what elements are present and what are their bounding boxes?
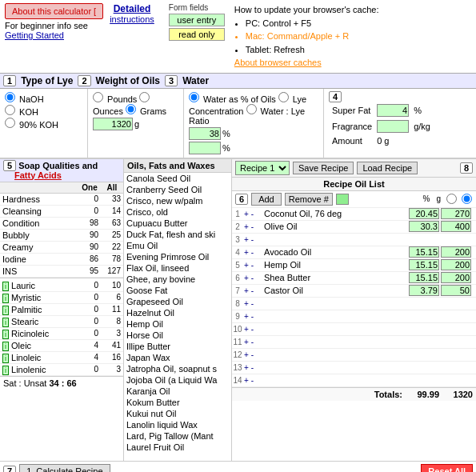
minus-btn[interactable]: - <box>250 235 254 244</box>
pct-input[interactable] <box>409 221 439 232</box>
oil-item[interactable]: Cupuacu Butter <box>124 218 231 229</box>
recipe-select[interactable]: Recipe 1 Recipe 2 Recipe 3 <box>235 161 290 175</box>
row-plusminus[interactable]: + - <box>243 312 262 321</box>
oil-item[interactable]: Hazelnut Oil <box>124 307 231 318</box>
oil-item[interactable]: Crisco, old <box>124 206 231 218</box>
oil-item[interactable]: Evening Primrose Oil <box>124 251 231 262</box>
minus-btn[interactable]: - <box>250 376 254 385</box>
minus-btn[interactable]: - <box>250 325 254 334</box>
plus-btn[interactable]: + <box>243 350 250 359</box>
about-button[interactable]: About this calculator [ <box>5 3 103 19</box>
pct-input[interactable] <box>409 208 439 219</box>
info-icon[interactable]: i <box>2 342 9 351</box>
g-input[interactable] <box>441 272 471 283</box>
minus-btn[interactable]: - <box>250 338 254 346</box>
oil-item[interactable]: Flax Oil, linseed <box>124 262 231 274</box>
minus-btn[interactable]: - <box>250 248 254 257</box>
add-oil-button[interactable]: Add <box>251 193 282 206</box>
oil-item[interactable]: Jatropha Oil, soapnut s <box>124 363 231 374</box>
oil-item[interactable]: Duck Fat, flesh and ski <box>124 229 231 240</box>
oil-item[interactable]: Goose Fat <box>124 285 231 296</box>
oil-item[interactable]: Ghee, any bovine <box>124 274 231 285</box>
plus-btn[interactable]: + <box>243 286 250 295</box>
getting-started-link[interactable]: Getting Started <box>5 30 64 40</box>
plus-btn[interactable]: + <box>243 235 250 244</box>
oil-item[interactable]: Illipe Butter <box>124 341 231 352</box>
minus-btn[interactable]: - <box>250 350 254 359</box>
oil-item[interactable]: Grapeseed Oil <box>124 296 231 307</box>
minus-btn[interactable]: - <box>250 222 254 231</box>
info-icon[interactable]: i <box>2 354 9 363</box>
pct-input[interactable] <box>409 246 439 258</box>
oil-item[interactable]: Lanolin liquid Wax <box>124 419 231 430</box>
water-pct-label[interactable]: Water as % of Oils <box>189 94 276 104</box>
load-recipe-button[interactable]: Load Recipe <box>357 162 418 174</box>
minus-btn[interactable]: - <box>250 274 254 282</box>
koh-label[interactable]: KOH <box>5 105 82 117</box>
calculate-recipe-button[interactable]: 1. Calculate Recipe <box>19 464 110 473</box>
plus-btn[interactable]: + <box>243 222 250 231</box>
oil-item[interactable]: Horse Oil <box>124 330 231 341</box>
plus-btn[interactable]: + <box>243 363 250 372</box>
90koh-radio[interactable] <box>5 118 15 128</box>
minus-btn[interactable]: - <box>250 363 254 372</box>
row-plusminus[interactable]: + - <box>243 274 262 282</box>
pounds-radio[interactable] <box>93 92 103 102</box>
super-fat-input[interactable] <box>377 104 409 117</box>
oil-item[interactable]: Hemp Oil <box>124 318 231 330</box>
info-icon[interactable]: i <box>2 306 9 315</box>
pct-input[interactable] <box>409 285 439 296</box>
row-plusminus[interactable]: + - <box>243 325 262 334</box>
grams-label[interactable]: Grams <box>126 106 166 116</box>
lye-conc-input[interactable] <box>189 142 221 154</box>
g-input[interactable] <box>441 246 471 258</box>
plus-btn[interactable]: + <box>243 261 250 270</box>
fragrance-input[interactable] <box>377 120 409 133</box>
pct-input[interactable] <box>409 272 439 283</box>
minus-btn[interactable]: - <box>250 286 254 295</box>
plus-btn[interactable]: + <box>243 210 250 218</box>
info-icon[interactable]: i <box>2 318 9 327</box>
about-browser-caches-link[interactable]: About browser caches <box>234 58 322 67</box>
row-plusminus[interactable]: + - <box>243 299 262 308</box>
plus-btn[interactable]: + <box>243 274 250 282</box>
pct-input[interactable] <box>409 259 439 270</box>
plus-btn[interactable]: + <box>243 312 250 321</box>
detailed-label[interactable]: Detailed <box>114 3 151 14</box>
water-lye-radio[interactable] <box>246 104 257 114</box>
pct-radio[interactable] <box>446 194 457 204</box>
row-plusminus[interactable]: + - <box>243 210 262 218</box>
oil-item[interactable]: Lard, Pig Tallow (Mant <box>124 430 231 442</box>
oil-item[interactable]: Laurel Fruit Oil <box>124 442 231 453</box>
koh-radio[interactable] <box>5 105 15 115</box>
ounces-radio[interactable] <box>139 92 150 102</box>
detailed-instructions-link[interactable]: instructions <box>110 14 154 24</box>
info-icon[interactable]: i <box>2 294 9 303</box>
weight-value-input[interactable] <box>93 118 133 130</box>
water-pct-radio[interactable] <box>189 92 199 102</box>
plus-btn[interactable]: + <box>243 376 250 385</box>
oil-item[interactable]: Kukui nut Oil <box>124 408 231 419</box>
plus-btn[interactable]: + <box>243 325 250 334</box>
minus-btn[interactable]: - <box>250 312 254 321</box>
fatty-subtitle[interactable]: Fatty Acids <box>14 170 62 180</box>
plus-btn[interactable]: + <box>243 248 250 257</box>
g-input[interactable] <box>441 208 471 219</box>
minus-btn[interactable]: - <box>250 210 254 218</box>
row-plusminus[interactable]: + - <box>243 286 262 295</box>
info-icon[interactable]: i <box>2 330 9 339</box>
lye-conc-radio[interactable] <box>278 92 289 102</box>
oils-list[interactable]: Canola Seed OilCranberry Seed OilCrisco,… <box>124 173 231 461</box>
oil-item[interactable]: Emu Oil <box>124 240 231 251</box>
info-icon[interactable]: i <box>2 366 9 375</box>
g-radio[interactable] <box>462 194 472 204</box>
remove-oil-button[interactable]: Remove # <box>285 193 333 206</box>
row-plusminus[interactable]: + - <box>243 261 262 270</box>
row-plusminus[interactable]: + - <box>243 338 262 346</box>
grams-radio[interactable] <box>126 104 136 114</box>
minus-btn[interactable]: - <box>250 299 254 308</box>
plus-btn[interactable]: + <box>243 299 250 308</box>
row-plusminus[interactable]: + - <box>243 350 262 359</box>
row-plusminus[interactable]: + - <box>243 248 262 257</box>
row-plusminus[interactable]: + - <box>243 376 262 385</box>
